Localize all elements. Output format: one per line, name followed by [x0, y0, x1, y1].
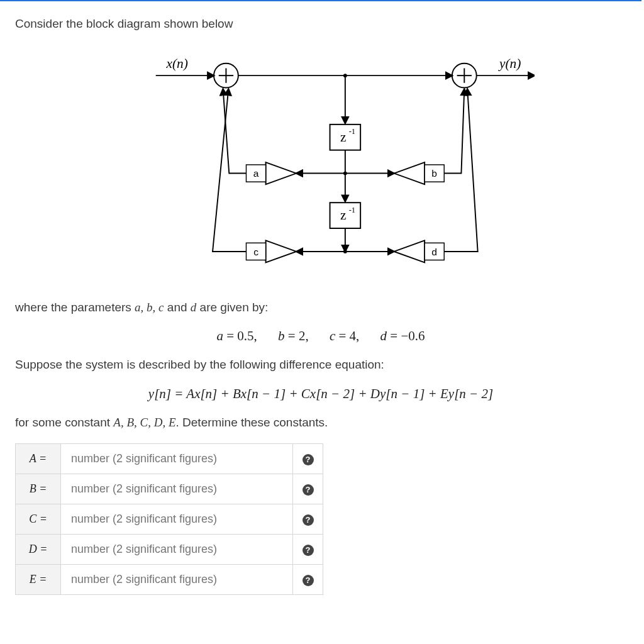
question-body: Consider the block diagram shown below x…: [0, 15, 641, 610]
input-D[interactable]: [70, 542, 284, 557]
row-C: C = ?: [16, 504, 323, 535]
label-D: D =: [16, 535, 61, 565]
svg-point-16: [343, 74, 347, 77]
gain-a-label: a: [253, 168, 259, 179]
svg-marker-24: [266, 240, 297, 262]
input-C[interactable]: [70, 512, 284, 526]
gain-d-label: d: [431, 246, 437, 257]
delay-2: z: [340, 208, 346, 223]
label-A: A =: [16, 444, 61, 474]
delay-2-sup: -1: [349, 205, 356, 214]
help-B[interactable]: ?: [293, 474, 323, 504]
label-E: E =: [16, 565, 61, 595]
row-B: B = ?: [16, 474, 323, 504]
question-mark-icon: ?: [303, 545, 314, 556]
input-E[interactable]: [70, 572, 284, 587]
suppose-text: Suppose the system is described by the f…: [15, 356, 626, 374]
difference-equation: y[n] = Ax[n] + Bx[n − 1] + Cx[n − 2] + D…: [15, 386, 626, 402]
input-label: x(n): [166, 56, 188, 71]
gain-c-label: c: [253, 246, 258, 257]
question-mark-icon: ?: [303, 514, 314, 526]
label-C: C =: [16, 504, 61, 535]
row-E: E = ?: [16, 565, 323, 595]
for-constants-text: for some constant A, B, C, D, E. Determi…: [15, 414, 626, 432]
svg-marker-18: [266, 162, 297, 184]
answers-table: A = ? B = ? C = ? D = ? E = ?: [15, 443, 323, 595]
row-D: D = ?: [16, 535, 323, 565]
input-B[interactable]: [70, 482, 284, 496]
svg-marker-27: [394, 240, 425, 262]
question-mark-icon: ?: [303, 575, 314, 586]
label-B: B =: [16, 474, 61, 504]
delay-1: z: [340, 130, 346, 145]
question-mark-icon: ?: [303, 484, 314, 496]
output-label: y(n): [498, 56, 521, 71]
input-A[interactable]: [70, 452, 284, 466]
top-rule: [0, 0, 641, 1]
gain-b-label: b: [431, 168, 437, 179]
intro-text: Consider the block diagram shown below: [15, 15, 626, 33]
block-diagram: x(n) y(n) z -1 z -1 a: [15, 51, 626, 280]
row-A: A = ?: [16, 444, 323, 474]
help-A[interactable]: ?: [293, 444, 323, 474]
help-D[interactable]: ?: [293, 535, 323, 565]
svg-marker-21: [394, 162, 425, 184]
delay-1-sup: -1: [349, 127, 356, 136]
where-text: where the parameters a, b, c and d are g…: [15, 299, 626, 317]
help-E[interactable]: ?: [293, 565, 323, 595]
question-mark-icon: ?: [303, 454, 314, 465]
parameters-equation: a = 0.5, b = 2, c = 4, d = −0.6: [15, 328, 626, 344]
help-C[interactable]: ?: [293, 504, 323, 535]
